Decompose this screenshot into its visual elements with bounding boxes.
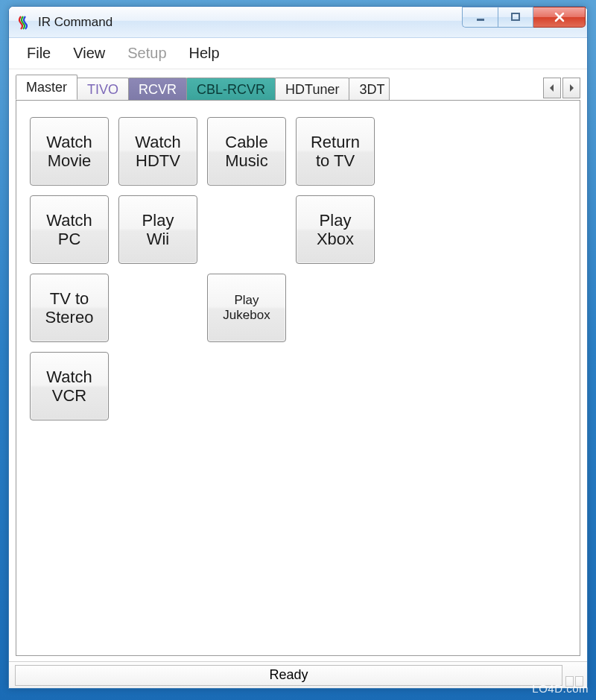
cmd-play-xbox[interactable]: Play Xbox [296,195,375,264]
cmd-play-wii[interactable]: Play Wii [118,195,197,264]
tab-rcvr[interactable]: RCVR [128,78,187,101]
command-grid: Watch Movie Watch HDTV Cable Music Retur… [30,117,572,420]
tab-hdtuner[interactable]: HDTuner [275,78,349,101]
cmd-return-to-tv[interactable]: Return to TV [296,117,375,186]
maximize-button[interactable] [498,7,533,28]
app-window: IR Command File View Setup Help Master T… [8,6,588,689]
menu-file[interactable]: File [16,42,61,65]
cmd-tv-to-stereo[interactable]: TV to Stereo [30,274,109,342]
client-area: Master TIVO RCVR CBL-RCVR HDTuner 3DT Wa… [9,69,587,661]
svg-rect-1 [512,13,519,20]
window-title: IR Command [38,15,462,30]
cmd-watch-vcr[interactable]: Watch VCR [30,352,109,420]
minimize-button[interactable] [462,7,498,28]
tab-master[interactable]: Master [16,75,77,100]
svg-rect-0 [477,19,484,21]
cmd-watch-pc[interactable]: Watch PC [30,195,109,264]
app-icon [16,15,31,30]
tab-scroll-right[interactable] [562,78,580,98]
menu-setup: Setup [117,42,177,65]
tab-scroll-left[interactable] [543,78,561,98]
close-button[interactable] [533,7,586,28]
tab-tivo[interactable]: TIVO [77,78,129,101]
watermark: LO4D.com [532,682,589,695]
tabstrip: Master TIVO RCVR CBL-RCVR HDTuner 3DT [16,75,580,100]
menu-help[interactable]: Help [179,42,230,65]
cmd-play-jukebox[interactable]: Play Jukebox [207,274,286,342]
statusbar: Ready [9,661,587,688]
tab-scroll [543,78,580,100]
menu-view[interactable]: View [63,42,115,65]
tab-3dt[interactable]: 3DT [349,78,390,101]
cmd-watch-hdtv[interactable]: Watch HDTV [118,117,197,186]
tab-cbl-rcvr[interactable]: CBL-RCVR [186,78,276,101]
status-text: Ready [15,665,562,686]
window-controls [462,7,586,28]
cmd-watch-movie[interactable]: Watch Movie [30,117,109,186]
titlebar[interactable]: IR Command [9,7,587,38]
tab-panel-master: Watch Movie Watch HDTV Cable Music Retur… [16,100,580,656]
menubar: File View Setup Help [9,38,587,69]
cmd-cable-music[interactable]: Cable Music [207,117,286,186]
